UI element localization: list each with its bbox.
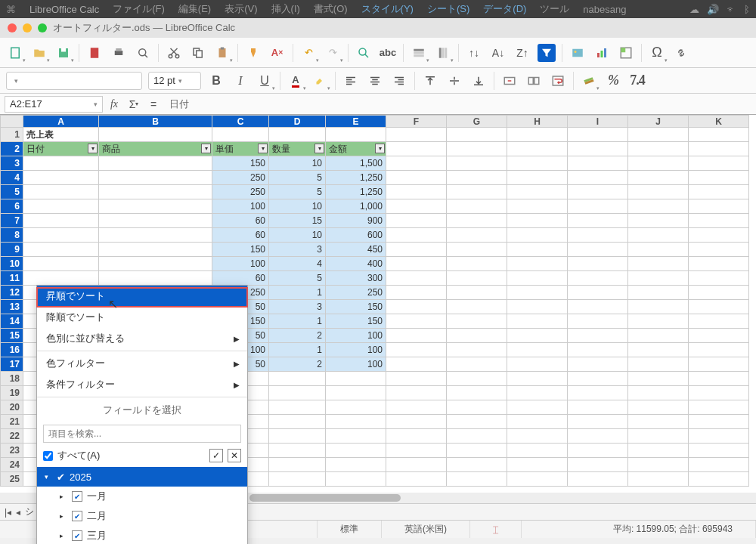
- cell[interactable]: [99, 257, 212, 271]
- cell[interactable]: [447, 214, 507, 228]
- cell[interactable]: [689, 458, 749, 472]
- cell[interactable]: 100: [326, 357, 386, 372]
- cell[interactable]: 2: [269, 357, 326, 372]
- menu-view[interactable]: 表示(V): [225, 2, 257, 16]
- cell[interactable]: [568, 300, 628, 314]
- cell[interactable]: [386, 472, 447, 487]
- row-header[interactable]: 5: [1, 185, 23, 199]
- cell[interactable]: [689, 271, 749, 286]
- name-box[interactable]: A2:E17▾: [5, 96, 103, 113]
- filter-dropdown-icon[interactable]: ▾: [314, 144, 324, 153]
- print-button[interactable]: [110, 44, 128, 62]
- cell[interactable]: [507, 343, 568, 357]
- cell[interactable]: 100: [212, 257, 269, 271]
- cell[interactable]: [568, 329, 628, 343]
- cell[interactable]: [23, 214, 99, 228]
- row-header[interactable]: 20: [1, 400, 23, 415]
- cell[interactable]: [99, 185, 212, 199]
- valign-top-button[interactable]: [421, 72, 439, 90]
- cell[interactable]: 1: [269, 314, 326, 329]
- cell[interactable]: [447, 314, 507, 329]
- cell[interactable]: [23, 257, 99, 271]
- chart-button[interactable]: [593, 44, 611, 62]
- cell[interactable]: [628, 228, 689, 243]
- cell[interactable]: [99, 243, 212, 257]
- cell[interactable]: [628, 128, 689, 142]
- menu-file[interactable]: ファイル(F): [113, 2, 165, 16]
- paste-button[interactable]: ▾: [213, 44, 231, 62]
- cell[interactable]: [386, 214, 447, 228]
- cell[interactable]: [507, 372, 568, 386]
- italic-button[interactable]: I: [231, 72, 249, 90]
- cell[interactable]: [99, 214, 212, 228]
- cell[interactable]: [386, 171, 447, 185]
- sort-asc-button[interactable]: ↑↓: [465, 44, 483, 62]
- cell[interactable]: [628, 286, 689, 300]
- tree-year[interactable]: ▾✔2025: [37, 467, 247, 487]
- cell[interactable]: [689, 228, 749, 243]
- cell[interactable]: [628, 444, 689, 458]
- cell[interactable]: [628, 199, 689, 214]
- cell[interactable]: [689, 415, 749, 429]
- row-header[interactable]: 14: [1, 314, 23, 329]
- filter-dropdown-icon[interactable]: ▾: [88, 144, 98, 153]
- menu-format[interactable]: 書式(O): [314, 2, 348, 16]
- cell[interactable]: [507, 171, 568, 185]
- cell[interactable]: 300: [326, 271, 386, 286]
- col-header[interactable]: B: [99, 116, 212, 128]
- cell[interactable]: [447, 199, 507, 214]
- menu-data[interactable]: データ(D): [483, 2, 526, 16]
- cell[interactable]: [689, 400, 749, 415]
- equals-button[interactable]: =: [145, 96, 162, 113]
- cell[interactable]: [689, 372, 749, 386]
- tree-month-2[interactable]: ▸✔二月: [37, 506, 247, 526]
- spellcheck-button[interactable]: abc: [379, 44, 397, 62]
- cell[interactable]: [447, 386, 507, 400]
- cell[interactable]: [507, 228, 568, 243]
- cell[interactable]: 金額▾: [326, 142, 386, 156]
- link-button[interactable]: [672, 44, 690, 62]
- cell[interactable]: [507, 400, 568, 415]
- cell[interactable]: [447, 329, 507, 343]
- row-header[interactable]: 17: [1, 357, 23, 372]
- row-header[interactable]: 6: [1, 199, 23, 214]
- cell[interactable]: [447, 171, 507, 185]
- col-button[interactable]: ▾: [434, 44, 452, 62]
- cell[interactable]: [269, 372, 326, 386]
- cell[interactable]: [326, 400, 386, 415]
- cell[interactable]: 5: [269, 171, 326, 185]
- cell[interactable]: 4: [269, 257, 326, 271]
- cell[interactable]: [386, 286, 447, 300]
- cell[interactable]: [447, 458, 507, 472]
- cell[interactable]: [447, 400, 507, 415]
- prev-sheet-button[interactable]: ◂: [16, 507, 20, 518]
- cell[interactable]: [689, 128, 749, 142]
- cell[interactable]: [628, 429, 689, 444]
- col-header[interactable]: A: [23, 116, 99, 128]
- cell[interactable]: [99, 171, 212, 185]
- cell[interactable]: [386, 199, 447, 214]
- cell[interactable]: 3: [269, 300, 326, 314]
- autofilter-button[interactable]: [538, 44, 556, 62]
- close-button[interactable]: [8, 23, 17, 32]
- col-header[interactable]: H: [507, 116, 568, 128]
- sort-up-button[interactable]: A↓: [489, 44, 507, 62]
- cell[interactable]: 100: [212, 199, 269, 214]
- cell[interactable]: 250: [326, 286, 386, 300]
- traffic-lights[interactable]: [8, 23, 47, 32]
- cell[interactable]: 250: [212, 185, 269, 199]
- pdf-button[interactable]: [85, 44, 104, 62]
- align-center-button[interactable]: [366, 72, 384, 90]
- cell[interactable]: [628, 171, 689, 185]
- cell[interactable]: [628, 415, 689, 429]
- menu-tools[interactable]: ツール: [540, 2, 569, 16]
- cell[interactable]: [386, 185, 447, 199]
- cell[interactable]: [386, 400, 447, 415]
- new-button[interactable]: ▾: [6, 44, 24, 62]
- cell[interactable]: [568, 156, 628, 171]
- cell[interactable]: [386, 257, 447, 271]
- cell[interactable]: [447, 128, 507, 142]
- cell[interactable]: 900: [326, 214, 386, 228]
- cell[interactable]: [568, 228, 628, 243]
- cell[interactable]: [628, 386, 689, 400]
